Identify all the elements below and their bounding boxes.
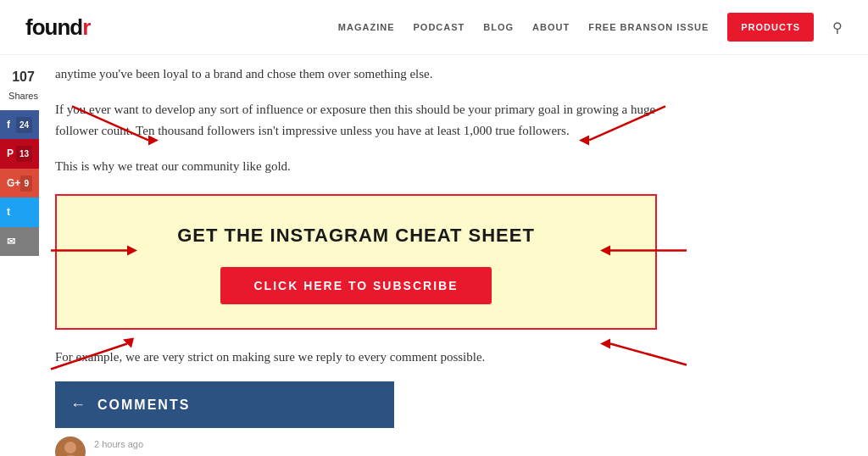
gp-icon: G+ <box>7 175 20 192</box>
gp-count: 9 <box>20 175 32 192</box>
pinterest-share-button[interactable]: P 13 <box>0 139 39 168</box>
avatar <box>55 437 86 456</box>
email-icon: ✉ <box>7 233 15 250</box>
googleplus-share-button[interactable]: G+ 9 <box>0 169 39 197</box>
shares-label: Shares <box>8 91 38 101</box>
cta-subscribe-button[interactable]: CLICK HERE TO SUBSCRIBE <box>220 267 492 304</box>
main-nav: MAGAZINE PODCAST BLOG ABOUT FREE BRANSON… <box>338 13 843 42</box>
share-count: 107 Shares <box>0 55 47 106</box>
comment-meta: 2 hours ago felipezapata_l @sarita.zapat… <box>94 437 242 456</box>
page-wrap: 107 Shares f 24 P 13 G+ 9 t ✉ <box>0 55 868 456</box>
pin-count: 13 <box>16 146 32 162</box>
nav-blog[interactable]: BLOG <box>483 19 514 36</box>
comments-bar[interactable]: ← COMMENTS <box>55 381 394 428</box>
email-share-button[interactable]: ✉ <box>0 227 39 256</box>
comment-item: 2 hours ago felipezapata_l @sarita.zapat… <box>55 428 394 456</box>
social-buttons: f 24 P 13 G+ 9 t ✉ <box>0 110 47 256</box>
search-icon[interactable]: ⚲ <box>832 16 843 39</box>
nav-podcast[interactable]: PODCAST <box>414 19 465 36</box>
cta-title: GET THE INSTAGRAM CHEAT SHEET <box>74 220 638 251</box>
sidebar: 107 Shares f 24 P 13 G+ 9 t ✉ <box>0 55 47 456</box>
nav-magazine[interactable]: MAGAZINE <box>338 19 395 36</box>
tw-icon: t <box>7 203 10 220</box>
logo-accent: r <box>82 14 90 40</box>
site-logo[interactable]: foundr <box>25 8 90 46</box>
nav-products[interactable]: PRODUCTS <box>727 13 814 42</box>
article-para-1: anytime you've been loyal to a brand and… <box>55 64 657 86</box>
shares-number: 107 <box>0 65 47 88</box>
cta-box: GET THE INSTAGRAM CHEAT SHEET CLICK HERE… <box>55 194 657 329</box>
nav-free-issue[interactable]: FREE BRANSON ISSUE <box>588 19 709 36</box>
facebook-share-button[interactable]: f 24 <box>0 110 39 139</box>
comments-label: COMMENTS <box>97 393 190 416</box>
pin-icon: P <box>7 145 14 162</box>
fb-icon: f <box>7 116 10 133</box>
article-para-4: For example, we are very strict on makin… <box>55 347 657 369</box>
main-content: anytime you've been loyal to a brand and… <box>47 55 691 456</box>
comment-time-1: 2 hours ago <box>94 437 242 453</box>
svg-point-13 <box>64 442 76 453</box>
nav-about[interactable]: ABOUT <box>532 19 570 36</box>
article-para-3: This is why we treat our community like … <box>55 156 657 178</box>
twitter-share-button[interactable]: t <box>0 197 39 226</box>
comments-back-arrow[interactable]: ← <box>70 392 86 418</box>
fb-count: 24 <box>16 117 32 133</box>
article-para-2: If you ever want to develop any sort of … <box>55 99 657 142</box>
site-header: foundr MAGAZINE PODCAST BLOG ABOUT FREE … <box>0 0 868 55</box>
article-body: anytime you've been loyal to a brand and… <box>55 55 657 456</box>
